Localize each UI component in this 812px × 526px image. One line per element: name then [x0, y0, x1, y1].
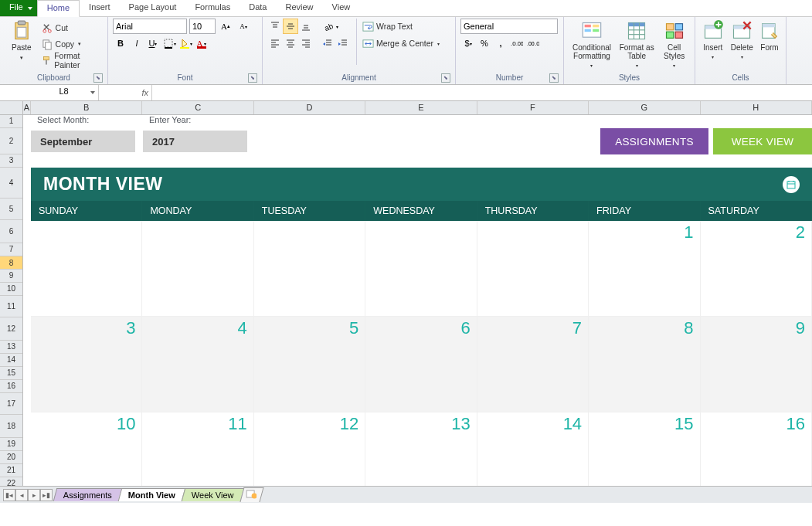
- delete-cells-button[interactable]: Delete▾: [729, 19, 756, 62]
- group-clipboard-label: Clipboard: [37, 73, 70, 82]
- paste-button[interactable]: Paste▾: [5, 19, 39, 62]
- conditional-formatting-button[interactable]: Conditional Formatting▾: [569, 19, 615, 70]
- day-headers: SUNDAYMONDAYTUESDAYWEDNESDAYTHURSDAYFRID…: [31, 201, 812, 221]
- fill-color-button[interactable]: ▾: [178, 36, 193, 51]
- name-box[interactable]: L8: [29, 85, 99, 100]
- sheet-nav-prev[interactable]: ◂: [15, 489, 28, 501]
- svg-rect-7: [43, 56, 49, 59]
- svg-rect-61: [675, 32, 682, 38]
- svg-rect-48: [585, 25, 591, 27]
- svg-rect-12: [197, 46, 206, 49]
- formula-input[interactable]: [152, 85, 812, 100]
- calendar-row: 1 2: [31, 221, 812, 317]
- italic-button[interactable]: I: [129, 36, 144, 51]
- alignment-launcher[interactable]: ⬊: [441, 73, 450, 83]
- format-as-table-button[interactable]: Format as Table▾: [618, 19, 655, 70]
- svg-rect-2: [17, 27, 26, 37]
- increase-indent-button[interactable]: [335, 36, 351, 51]
- font-name-select[interactable]: [113, 19, 187, 34]
- tab-data[interactable]: Data: [240, 0, 276, 16]
- decrease-indent-button[interactable]: [320, 36, 335, 51]
- svg-rect-49: [585, 29, 591, 32]
- svg-rect-60: [666, 32, 673, 38]
- percent-button[interactable]: %: [477, 36, 492, 51]
- svg-rect-69: [787, 182, 795, 188]
- sheet-nav-next[interactable]: ▸: [28, 489, 40, 501]
- number-format-select[interactable]: [460, 19, 558, 34]
- calendar-row: 10 11 12 13 14 15 16: [31, 412, 812, 490]
- svg-rect-6: [45, 42, 51, 49]
- border-button[interactable]: ▾: [161, 36, 177, 51]
- font-launcher[interactable]: ⬊: [248, 73, 257, 83]
- tab-insert[interactable]: Insert: [80, 0, 120, 16]
- align-left-button[interactable]: [267, 36, 283, 51]
- decrease-decimal-button[interactable]: .00.0: [525, 36, 541, 51]
- font-size-select[interactable]: [189, 19, 216, 34]
- align-top-button[interactable]: [267, 19, 283, 34]
- number-launcher[interactable]: ⬊: [549, 73, 559, 83]
- row-headers[interactable]: 1 2 3 4 5 6 7 8 9 10 11 12 13 14 15 16 1…: [0, 115, 23, 490]
- svg-rect-53: [629, 23, 645, 27]
- fx-label[interactable]: fx: [117, 88, 148, 97]
- select-all-corner[interactable]: [0, 101, 23, 115]
- tab-page-layout[interactable]: Page Layout: [120, 0, 186, 16]
- align-bottom-button[interactable]: [298, 19, 314, 34]
- clipboard-launcher[interactable]: ⬊: [93, 73, 103, 83]
- increase-decimal-button[interactable]: .0.00: [509, 36, 525, 51]
- svg-text:.00: .00: [516, 41, 523, 46]
- worksheet-grid: A B C D E F G H 1 2 3 4 5 6 7 8 9 10 11 …: [0, 101, 812, 503]
- sheet-tab-month-view[interactable]: Month View: [118, 488, 185, 501]
- group-styles-label: Styles: [619, 73, 640, 82]
- svg-rect-9: [165, 39, 172, 47]
- svg-rect-1: [18, 21, 25, 25]
- grow-font-button[interactable]: A▴: [218, 19, 233, 34]
- month-view-title: MONTH VIEW: [43, 174, 163, 195]
- align-center-button[interactable]: [283, 36, 298, 51]
- calendar-icon: [783, 176, 800, 193]
- svg-point-4: [48, 29, 51, 32]
- tab-review[interactable]: Review: [276, 0, 322, 16]
- formula-bar: L8 fx: [0, 85, 812, 101]
- sheet-nav-last[interactable]: ▸▮: [40, 489, 53, 501]
- sheet-tab-assignments[interactable]: Assignments: [53, 488, 123, 501]
- align-right-button[interactable]: [298, 36, 314, 51]
- bold-button[interactable]: B: [113, 36, 128, 51]
- month-picker[interactable]: September: [31, 131, 135, 152]
- insert-cells-button[interactable]: Insert▾: [700, 19, 726, 62]
- align-middle-button[interactable]: [283, 19, 298, 34]
- tab-file[interactable]: File: [0, 0, 37, 16]
- column-headers[interactable]: A B C D E F G H: [23, 101, 812, 115]
- merge-center-button[interactable]: Merge & Center▾: [362, 36, 440, 51]
- year-input[interactable]: 2017: [143, 131, 247, 152]
- svg-rect-58: [666, 24, 673, 30]
- sheet-tab-week-view[interactable]: Week View: [182, 488, 244, 501]
- tab-view[interactable]: View: [323, 0, 360, 16]
- wrap-text-button[interactable]: Wrap Text: [362, 19, 440, 34]
- currency-button[interactable]: $▾: [460, 36, 476, 51]
- assignments-button[interactable]: ASSIGNMENTS: [600, 128, 708, 154]
- font-color-button[interactable]: A▾: [194, 36, 209, 51]
- week-view-button[interactable]: WEEK VIEW: [713, 128, 812, 154]
- ribbon: Paste▾ Cut Copy▾ Format Painter Clipboar…: [0, 17, 812, 85]
- cell-styles-button[interactable]: Cell Styles▾: [658, 19, 690, 70]
- svg-rect-50: [593, 25, 599, 27]
- svg-rect-51: [593, 29, 599, 32]
- comma-button[interactable]: ,: [493, 36, 508, 51]
- underline-button[interactable]: U▾: [145, 36, 161, 51]
- format-painter-button[interactable]: Format Painter: [42, 53, 103, 68]
- format-cells-button[interactable]: Form: [758, 19, 781, 52]
- svg-rect-68: [763, 24, 775, 28]
- cut-button[interactable]: Cut: [42, 20, 103, 36]
- svg-text:.00: .00: [527, 41, 535, 46]
- shrink-font-button[interactable]: A▾: [236, 19, 251, 34]
- tab-home[interactable]: Home: [37, 0, 80, 17]
- sheet-nav-first[interactable]: ▮◂: [3, 489, 15, 501]
- group-cells-label: Cells: [732, 73, 749, 82]
- new-sheet-button[interactable]: [240, 487, 263, 502]
- ribbon-tabs: File Home Insert Page Layout Formulas Da…: [0, 0, 812, 17]
- tab-formulas[interactable]: Formulas: [185, 0, 240, 16]
- copy-button[interactable]: Copy▾: [42, 36, 103, 52]
- sheet-tab-bar: ▮◂ ◂ ▸ ▸▮ Assignments Month View Week Vi…: [0, 486, 812, 503]
- orientation-button[interactable]: ab▾: [320, 19, 341, 34]
- month-view-title-bar: MONTH VIEW: [31, 168, 812, 201]
